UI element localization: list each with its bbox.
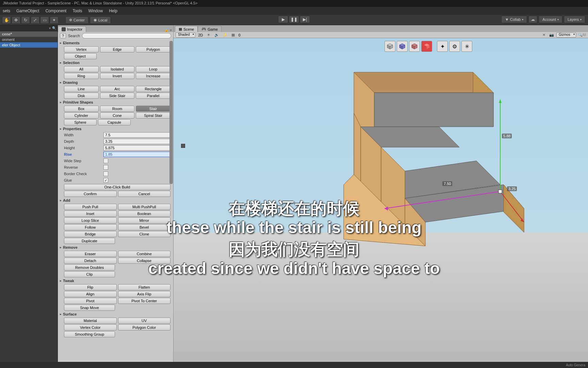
duplicate-button[interactable]: Duplicate: [64, 238, 115, 244]
move-tool[interactable]: ✥: [12, 16, 20, 24]
cloud-button[interactable]: ☁: [528, 16, 537, 23]
inspector-tab[interactable]: Inspector: [58, 26, 86, 32]
edge-button[interactable]: Edge: [100, 46, 135, 52]
follow-button[interactable]: Follow: [64, 224, 117, 230]
layers-dropdown[interactable]: Layers▾: [564, 16, 585, 23]
pushpull-button[interactable]: Push Pull: [64, 204, 117, 210]
flatten-button[interactable]: Flatten: [118, 284, 171, 290]
pivottocenter-button[interactable]: Pivot To Center: [118, 298, 171, 304]
parallel-button[interactable]: Parallel: [136, 93, 170, 99]
scale-tool[interactable]: ⤢: [31, 16, 39, 24]
section-selection[interactable]: Selection: [59, 60, 170, 65]
scene-tab[interactable]: ▦Scene: [175, 26, 198, 32]
invert-button[interactable]: Invert: [100, 73, 135, 79]
section-primitives[interactable]: Primitive Shapes: [59, 99, 170, 105]
boolean-button[interactable]: Boolean: [118, 211, 171, 217]
removedoubles-button[interactable]: Remove Doubles: [64, 264, 115, 271]
polygon-button[interactable]: Polygon: [136, 46, 170, 52]
snapmove-button[interactable]: Snap Move: [64, 305, 115, 311]
confirm-button[interactable]: Confirm: [64, 191, 117, 197]
gizmos-dropdown[interactable]: Gizmos: [556, 32, 576, 37]
2d-toggle[interactable]: 2D: [198, 33, 203, 37]
depth-input[interactable]: [103, 139, 170, 144]
pivot-button[interactable]: Pivot: [64, 298, 117, 304]
scrollbar-thumb[interactable]: [169, 41, 173, 184]
ring-button[interactable]: Ring: [64, 73, 99, 79]
pause-button[interactable]: ❚❚: [289, 16, 299, 23]
multipushpull-button[interactable]: Multi PushPull: [118, 204, 171, 210]
all-button[interactable]: All: [64, 66, 99, 72]
pivot-local-toggle[interactable]: ◉Local: [90, 16, 111, 24]
bevel-button[interactable]: Bevel: [118, 224, 171, 230]
polygoncolor-button[interactable]: Polygon Color: [118, 324, 171, 331]
menu-component[interactable]: Component: [45, 9, 66, 13]
rise-input[interactable]: [103, 152, 170, 157]
shading-dropdown[interactable]: Shaded: [176, 32, 195, 37]
section-surface[interactable]: Surface: [59, 311, 170, 317]
game-tab[interactable]: 🎮Game: [198, 26, 222, 32]
cylinder-button[interactable]: Cylinder: [64, 112, 99, 119]
room-button[interactable]: Room: [100, 106, 135, 112]
play-button[interactable]: ▶: [278, 16, 288, 23]
step-button[interactable]: ▶|: [300, 16, 310, 23]
eraser-button[interactable]: Eraser: [64, 251, 117, 257]
section-remove[interactable]: Remove: [59, 245, 170, 250]
rectangle-button[interactable]: Rectangle: [136, 86, 170, 92]
oneclick-button[interactable]: One-Click Build: [64, 184, 170, 190]
sphere-button[interactable]: Sphere: [64, 119, 97, 125]
lighting-icon[interactable]: ☀: [206, 33, 211, 37]
menu-tools[interactable]: Tools: [72, 9, 82, 13]
height-input[interactable]: [103, 145, 170, 151]
account-dropdown[interactable]: Account▾: [539, 16, 562, 23]
capsule-button[interactable]: Capsule: [98, 119, 131, 125]
close-icon[interactable]: ✕: [541, 33, 547, 37]
collab-dropdown[interactable]: ▼Collab▾: [501, 16, 527, 23]
sidestair-button[interactable]: Side Stair: [100, 93, 135, 99]
section-properties[interactable]: Properties: [59, 126, 170, 132]
rect-tool[interactable]: ▭: [40, 16, 49, 24]
uv-button[interactable]: UV: [118, 318, 171, 324]
menu-sets[interactable]: sets: [3, 9, 10, 13]
clone-button[interactable]: Clone: [118, 231, 171, 237]
camera-icon[interactable]: 📷: [549, 33, 554, 37]
border-checkbox[interactable]: [103, 171, 108, 176]
axisflip-button[interactable]: Axis Flip: [118, 291, 171, 297]
cone-button[interactable]: Cone: [100, 112, 135, 119]
search-input[interactable]: [82, 33, 171, 39]
scene-root[interactable]: cene*: [0, 31, 58, 37]
loopslice-button[interactable]: Loop Slice: [64, 217, 117, 224]
clip-button[interactable]: Clip: [64, 271, 115, 277]
isolated-button[interactable]: Isolated: [100, 66, 135, 72]
help-button[interactable]: ?: [60, 33, 66, 39]
line-button[interactable]: Line: [64, 86, 99, 92]
hierarchy-item-selected[interactable]: eler Object: [0, 42, 58, 48]
align-button[interactable]: Align: [64, 291, 117, 297]
section-drawing[interactable]: Drawing: [59, 80, 170, 85]
rotate-tool[interactable]: ↻: [21, 16, 30, 24]
lock-icon[interactable]: 🔒: [164, 28, 168, 32]
box-button[interactable]: Box: [64, 106, 99, 112]
menu-help[interactable]: Help: [109, 9, 117, 13]
smoothinggroup-button[interactable]: Smoothing Group: [64, 331, 115, 337]
increase-button[interactable]: Increase: [136, 73, 170, 79]
section-add[interactable]: Add: [59, 198, 170, 203]
arc-button[interactable]: Arc: [100, 86, 135, 92]
transform-tool[interactable]: ✦: [50, 16, 59, 24]
detach-button[interactable]: Detach: [64, 258, 117, 264]
context-menu-icon[interactable]: ≡: [170, 28, 172, 32]
fx-icon[interactable]: ✨: [222, 33, 228, 37]
section-elements[interactable]: Elements: [59, 40, 170, 46]
vertex-button[interactable]: Vertex: [64, 46, 99, 52]
reverse-checkbox[interactable]: [103, 165, 108, 170]
width-input[interactable]: [103, 132, 170, 138]
mirror-button[interactable]: Mirror: [118, 217, 171, 224]
gizmo-toggle-icon[interactable]: ▦: [230, 33, 236, 37]
audio-icon[interactable]: 🔊: [214, 33, 219, 37]
search-all[interactable]: 🔍All: [578, 33, 586, 37]
object-button[interactable]: Object: [64, 53, 97, 59]
search-icon[interactable]: 🔍: [52, 26, 56, 30]
flip-button[interactable]: Flip: [64, 284, 117, 290]
cancel-button[interactable]: Cancel: [118, 191, 171, 197]
menu-gameobject[interactable]: GameObject: [16, 9, 39, 13]
hierarchy-item[interactable]: onment: [0, 37, 58, 42]
